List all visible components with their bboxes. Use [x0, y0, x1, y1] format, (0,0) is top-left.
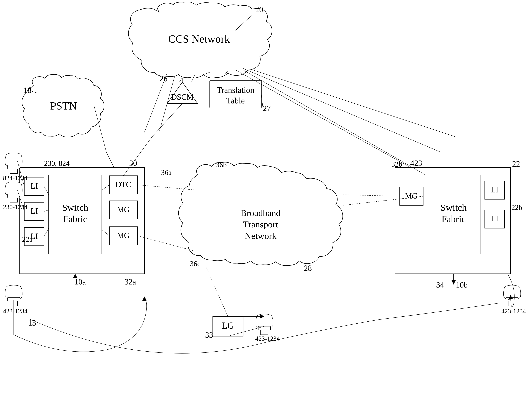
ref-22a: 22a	[22, 235, 32, 244]
li4-label: LI	[491, 186, 498, 194]
ref-27: 27	[263, 104, 271, 113]
svg-rect-32	[10, 198, 17, 202]
ref-36c: 36c	[190, 260, 200, 268]
switch-fabric-right-label-line2: Fabric	[441, 214, 466, 224]
ref-32b: 32b	[391, 160, 402, 168]
ref-33: 33	[205, 331, 213, 339]
svg-rect-28	[8, 165, 20, 169]
label-824-1234: 824-1234	[3, 175, 27, 182]
right-switch-box: 423 MG Switch Fabric LI LI	[395, 159, 511, 274]
svg-rect-29	[10, 169, 17, 173]
svg-rect-31	[8, 194, 20, 198]
ref-15: 15	[28, 319, 36, 327]
ref-36a: 36a	[161, 168, 172, 176]
svg-rect-37	[258, 326, 270, 330]
ref-10a: 10a	[75, 277, 86, 286]
li1-label: LI	[30, 182, 38, 190]
ccs-network-cloud: CCS Network	[128, 2, 272, 78]
li2-label: LI	[30, 207, 38, 215]
mg1-label: MG	[117, 205, 130, 214]
dscm-label: DSCM	[171, 93, 193, 101]
ref-230-824: 230, 824	[44, 159, 70, 167]
switch-fabric-left-label-line2: Fabric	[63, 214, 87, 224]
mg2-label: MG	[117, 231, 130, 240]
ref-34: 34	[436, 280, 444, 289]
ref-36b: 36b	[216, 161, 227, 169]
translation-table-box: Translation Table	[210, 81, 261, 108]
ref-28: 28	[304, 264, 312, 272]
ref-423: 423	[410, 159, 422, 167]
ref-18: 18	[24, 86, 31, 94]
svg-rect-41	[508, 301, 516, 306]
lg-label: LG	[222, 320, 234, 331]
translation-table-label-line1: Translation	[217, 85, 254, 95]
svg-rect-38	[261, 330, 268, 335]
pstn-label: PSTN	[50, 100, 77, 112]
ref-22: 22	[512, 160, 520, 168]
ref-32a: 32a	[125, 277, 136, 286]
ref-22b: 22b	[511, 203, 522, 212]
broadband-label-line3: Network	[245, 231, 277, 241]
ccs-network-label: CCS Network	[168, 33, 230, 45]
dtc-label: DTC	[116, 180, 131, 189]
ref-20: 20	[255, 5, 263, 14]
broadband-label-line2: Transport	[243, 219, 278, 229]
label-423-1234-center: 423-1234	[255, 335, 280, 342]
label-423-1234-left: 423-1234	[3, 308, 27, 315]
li5-label: LI	[491, 214, 498, 223]
switch-fabric-left-label-line1: Switch	[62, 202, 88, 213]
mg-right-label: MG	[405, 192, 418, 200]
ref-10b: 10b	[456, 280, 468, 289]
label-423-1234-right: 423-1234	[502, 308, 526, 315]
left-switch-box: 230, 824 LI LI LI Switch Fabric DTC MG M…	[20, 159, 144, 274]
switch-fabric-right-label-line1: Switch	[441, 202, 467, 213]
broadband-label-line1: Broadband	[241, 208, 280, 218]
translation-table-label-line2: Table	[226, 96, 245, 105]
